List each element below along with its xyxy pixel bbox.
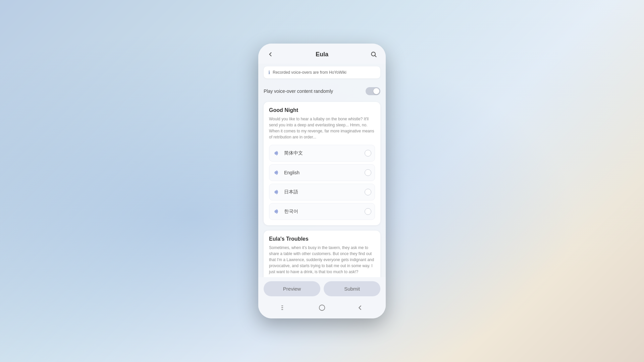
lang-name-chinese-1: 简体中文 [284, 150, 303, 156]
lang-option-chinese-1[interactable]: 简体中文 [269, 145, 375, 162]
toggle-row: Play voice-over content randomly [264, 83, 380, 99]
submit-button[interactable]: Submit [324, 281, 380, 296]
search-button[interactable] [368, 49, 379, 60]
radio-chinese-1[interactable] [365, 150, 371, 157]
toggle-knob [373, 88, 379, 94]
info-icon: ℹ [268, 70, 270, 75]
nav-back-icon[interactable] [354, 302, 366, 314]
lang-option-korean-1[interactable]: 한국어 [269, 203, 375, 220]
back-button[interactable] [265, 49, 276, 60]
section-desc-good-night: Would you like to hear a lullaby on the … [269, 116, 375, 140]
header: Eula [258, 44, 386, 64]
lang-option-japanese-1[interactable]: 日本語 [269, 184, 375, 200]
phone-container: Eula ℹ Recorded voice-overs are from HoY… [258, 44, 386, 318]
svg-point-9 [275, 210, 277, 213]
svg-point-16 [319, 305, 325, 311]
section-good-night: Good Night Would you like to hear a lull… [264, 102, 380, 225]
nav-menu-icon[interactable] [278, 302, 290, 314]
section-eulas-troubles: Eula's Troubles Sometimes, when it's bus… [264, 231, 380, 277]
page-title: Eula [316, 51, 328, 58]
info-banner: ℹ Recorded voice-overs are from HoYoWiki [264, 66, 380, 78]
radio-japanese-1[interactable] [365, 189, 371, 195]
radio-korean-1[interactable] [365, 208, 371, 215]
lang-left: 日本語 [273, 188, 298, 196]
audio-icon [273, 207, 281, 216]
info-text: Recorded voice-overs are from HoYoWiki [273, 70, 346, 75]
preview-button[interactable]: Preview [264, 281, 320, 296]
main-content: ℹ Recorded voice-overs are from HoYoWiki… [258, 64, 386, 277]
lang-name-korean-1: 한국어 [284, 208, 298, 215]
lang-left: 简体中文 [273, 149, 303, 157]
radio-english-1[interactable] [365, 169, 371, 176]
svg-line-1 [375, 56, 376, 57]
audio-icon [273, 188, 281, 196]
lang-name-japanese-1: 日本語 [284, 189, 298, 195]
lang-left: English [273, 169, 300, 177]
bottom-bar: Preview Submit [258, 277, 386, 299]
nav-home-icon[interactable] [316, 302, 328, 314]
audio-icon [273, 149, 281, 157]
audio-icon [273, 169, 281, 177]
lang-option-english-1[interactable]: English [269, 164, 375, 181]
section-title-good-night: Good Night [269, 107, 375, 113]
lang-left: 한국어 [273, 207, 298, 216]
svg-point-5 [275, 172, 277, 174]
nav-bar [258, 299, 386, 318]
toggle-label: Play voice-over content randomly [264, 88, 333, 94]
section-title-eulas-troubles: Eula's Troubles [269, 236, 375, 242]
svg-point-3 [275, 152, 277, 154]
section-desc-eulas-troubles: Sometimes, when it's busy in the tavern,… [269, 245, 375, 275]
random-play-toggle[interactable] [366, 87, 380, 95]
svg-point-7 [275, 191, 277, 193]
lang-name-english-1: English [284, 170, 300, 175]
